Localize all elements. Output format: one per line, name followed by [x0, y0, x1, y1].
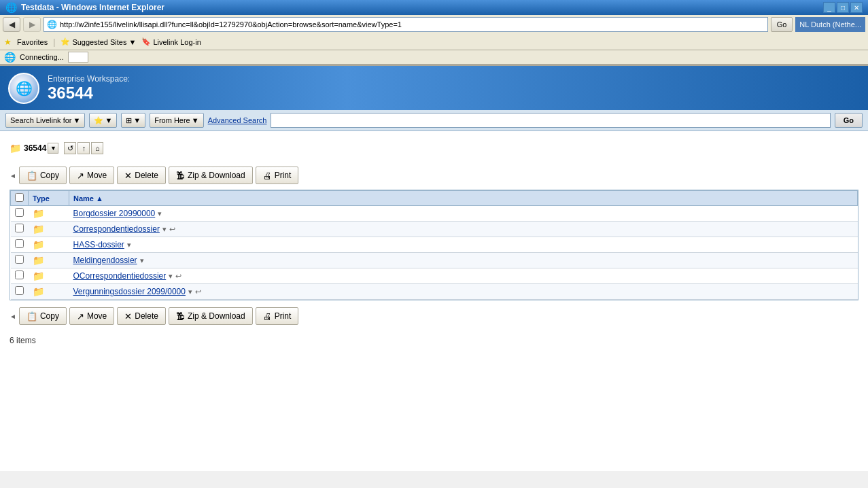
folder-label: 36544 — [24, 143, 46, 153]
enterprise-title-wrap: Enterprise Workspace: 36544 — [48, 74, 130, 103]
maximize-button[interactable]: □ — [837, 2, 849, 13]
copy-label-bottom: Copy — [40, 311, 59, 321]
nav-bar: ◀ ▶ 🌐 http://w2infe155/livelink/llisapi.… — [0, 15, 868, 34]
favorites-star-icon: ★ — [4, 37, 12, 47]
folder-refresh-btn[interactable]: ↺ — [64, 142, 76, 154]
copy-button-bottom[interactable]: 📋 Copy — [19, 307, 67, 325]
favorites-bar: ★ Favorites | ⭐ Suggested Sites ▼ 🔖 Live… — [0, 34, 868, 50]
file-row-link[interactable]: OCorrespondentiedossier — [73, 271, 167, 281]
folder-type-icon: 📁 — [33, 239, 44, 250]
print-label-bottom: Print — [275, 311, 292, 321]
from-here-label: From Here — [154, 116, 190, 124]
grid-icon: ⊞ — [126, 116, 132, 125]
copy-button-top[interactable]: 📋 Copy — [19, 167, 67, 184]
zip-download-button-top[interactable]: 🗜 Zip & Download — [169, 167, 253, 184]
row-checkbox[interactable] — [15, 208, 24, 217]
folder-home-btn[interactable]: ⌂ — [91, 142, 103, 154]
row-checkbox[interactable] — [15, 271, 24, 279]
info-icon[interactable]: ▾ — [162, 225, 167, 233]
file-row-link[interactable]: Meldingendossier — [73, 256, 137, 265]
suggested-sites-link[interactable]: ⭐ Suggested Sites ▼ — [60, 37, 136, 46]
info-icon[interactable]: ▾ — [158, 209, 162, 217]
folder-nav-icon: 📁 — [10, 143, 21, 154]
zip-download-button-bottom[interactable]: 🗜 Zip & Download — [169, 307, 253, 325]
main-content: 📁 36544 ▼ ↺ ↑ ⌂ ◄ 📋 Copy ↗ Move ✕ Delete… — [0, 131, 868, 471]
toolbar-bottom-expand[interactable]: ◄ — [10, 313, 16, 320]
back-button[interactable]: ◀ — [3, 17, 20, 32]
name-col-header[interactable]: Name ▲ — [69, 191, 858, 206]
delete-button-top[interactable]: ✕ Delete — [117, 167, 166, 184]
copy-icon-top: 📋 — [27, 171, 37, 181]
ie-icon: 🌐 — [5, 2, 17, 13]
move-button-bottom[interactable]: ↗ Move — [69, 307, 114, 325]
table-row: 📁Meldingendossier▾ — [11, 253, 858, 268]
print-icon-top: 🖨 — [263, 171, 272, 181]
search-label-text: Search Livelink for — [10, 116, 72, 124]
info-icon[interactable]: ▾ — [188, 287, 192, 296]
folder-nav-bar: 📁 36544 ▼ ↺ ↑ ⌂ — [10, 138, 858, 158]
expand-arrow-icon[interactable]: ↩ — [195, 287, 201, 296]
search-label-btn[interactable]: Search Livelink for ▼ — [5, 113, 85, 128]
folder-parent-btn[interactable]: ↑ — [77, 142, 90, 154]
row-checkbox[interactable] — [15, 255, 24, 264]
search-bar: Search Livelink for ▼ ⭐ ▼ ⊞ ▼ From Here … — [0, 110, 868, 131]
search-input[interactable] — [271, 113, 830, 128]
row-checkbox[interactable] — [15, 286, 24, 295]
minimize-button[interactable]: _ — [823, 2, 835, 13]
type-col-link[interactable]: Type — [33, 194, 50, 203]
enterprise-logo: 🌐 — [8, 73, 39, 104]
window-title: Testdata - Windows Internet Explorer — [21, 3, 164, 12]
title-bar: 🌐 Testdata - Windows Internet Explorer _… — [0, 0, 868, 15]
enterprise-subtitle: Enterprise Workspace: — [48, 74, 130, 84]
address-bar[interactable]: 🌐 http://w2infe155/livelink/llisapi.dll?… — [44, 17, 768, 32]
from-here-btn[interactable]: From Here ▼ — [150, 113, 203, 128]
close-button[interactable]: ✕ — [850, 2, 863, 13]
filter2-arrow: ▼ — [133, 116, 141, 124]
folder-type-icon: 📁 — [33, 286, 44, 297]
search-filter-btn1[interactable]: ⭐ ▼ — [89, 113, 117, 128]
file-row-link[interactable]: HASS-dossier — [73, 240, 124, 249]
search-label-arrow: ▼ — [73, 116, 81, 124]
name-col-text: Name — [73, 194, 94, 203]
print-button-top[interactable]: 🖨 Print — [256, 167, 299, 184]
info-icon[interactable]: ▾ — [169, 272, 173, 280]
table-row: 📁Vergunningsdossier 2099/0000▾↩ — [11, 284, 858, 300]
livelink-login-link[interactable]: 🔖 Livelink Log-in — [141, 37, 201, 46]
info-icon[interactable]: ▾ — [140, 256, 144, 264]
star-icon: ⭐ — [94, 116, 103, 125]
move-icon-bottom: ↗ — [77, 311, 84, 321]
file-row-link[interactable]: Vergunningsdossier 2099/0000 — [73, 287, 186, 296]
search-filter-btn2[interactable]: ⊞ ▼ — [121, 113, 145, 128]
print-button-bottom[interactable]: 🖨 Print — [256, 307, 299, 325]
go-button[interactable]: Go — [771, 17, 793, 32]
livelink-login-label: Livelink Log-in — [153, 38, 201, 46]
row-checkbox[interactable] — [15, 224, 24, 232]
favorites-link[interactable]: Favorites — [17, 38, 48, 46]
type-col-header[interactable]: Type — [29, 191, 69, 206]
forward-button[interactable]: ▶ — [23, 17, 41, 32]
suggested-sites-icon: ⭐ — [60, 37, 70, 46]
advanced-search-link[interactable]: Advanced Search — [208, 116, 267, 124]
name-col-link[interactable]: Name ▲ — [73, 194, 103, 203]
table-row: 📁OCorrespondentiedossier▾↩ — [11, 268, 858, 284]
window-controls[interactable]: _ □ ✕ — [823, 2, 863, 13]
address-text: http://w2infe155/livelink/llisapi.dll?fu… — [60, 20, 765, 29]
search-go-button[interactable]: Go — [835, 113, 863, 128]
copy-icon-bottom: 📋 — [27, 311, 37, 321]
delete-button-bottom[interactable]: ✕ Delete — [117, 307, 166, 325]
zip-icon-bottom: 🗜 — [176, 311, 185, 321]
folder-dropdown-btn[interactable]: ▼ — [48, 143, 58, 154]
items-count: 6 items — [10, 330, 858, 351]
status-loading-icon: 🌐 — [4, 52, 16, 63]
select-all-header[interactable] — [11, 191, 29, 206]
expand-arrow-icon[interactable]: ↩ — [175, 272, 181, 280]
move-button-top[interactable]: ↗ Move — [69, 167, 114, 184]
expand-arrow-icon[interactable]: ↩ — [169, 225, 175, 233]
row-checkbox[interactable] — [15, 239, 24, 248]
file-row-link[interactable]: Borgdossier 20990000 — [73, 209, 156, 218]
file-row-link[interactable]: Correspondentiedossier — [73, 224, 160, 234]
toolbar-top-expand[interactable]: ◄ — [10, 172, 16, 179]
info-icon[interactable]: ▾ — [127, 241, 131, 249]
folder-nav-icons: ↺ ↑ ⌂ — [64, 142, 103, 154]
select-all-checkbox[interactable] — [15, 193, 24, 202]
